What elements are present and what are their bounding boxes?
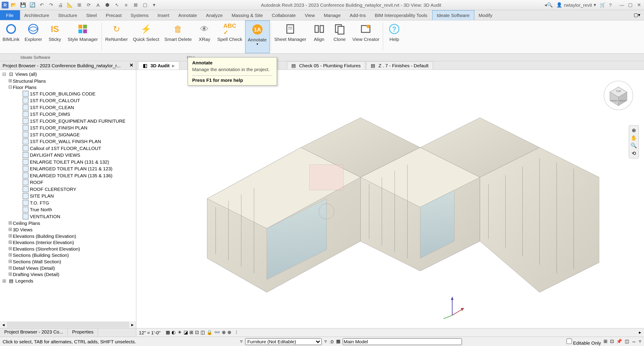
select-underlay-icon[interactable]: ⊡ [610, 339, 614, 344]
navigation-bar[interactable]: ⊕ ✋ 🔍 ⟲ [628, 125, 639, 158]
vcb-shadow-icon[interactable]: ◪ [184, 330, 188, 335]
tab-systems[interactable]: Systems [126, 10, 153, 20]
nav-zoom-icon[interactable]: 🔍 [630, 143, 637, 149]
tree-node[interactable]: ⊞3D Views [0, 226, 136, 233]
editable-only-checkbox[interactable]: Editable Only [566, 338, 601, 345]
tree-view-item[interactable]: 1ST FLOOR_EQUIPMENT AND FURNITURE [0, 118, 136, 124]
tab-modify[interactable]: Modify [474, 10, 497, 20]
nav-orbit-icon[interactable]: ⟲ [632, 150, 636, 156]
chevron-right-icon[interactable]: ▸ [172, 63, 175, 68]
category-filter-select[interactable]: Furniture (Not Editable) [245, 338, 322, 345]
tree-view-item[interactable]: DAYLIGHT AND VIEWS [0, 152, 136, 158]
tab-manage[interactable]: Manage [320, 10, 346, 20]
tab-file[interactable]: File [0, 10, 20, 20]
vcb-visual-icon[interactable]: ◐ [172, 330, 176, 335]
tree-view-item[interactable]: 1ST FLOOR_SIGNAGE [0, 131, 136, 138]
tab-structure[interactable]: Structure [54, 10, 82, 20]
smart-delete-button[interactable]: 🗑Smart Delete [162, 20, 194, 53]
help-icon[interactable]: ? [609, 2, 612, 7]
tab-architecture[interactable]: Architecture [20, 10, 54, 20]
tree-view-item[interactable]: SITE PLAN [0, 193, 136, 199]
tree-view-item[interactable]: ENLARGED TOILET PLAN (135 & 136) [0, 172, 136, 179]
align-button[interactable]: Align [309, 20, 329, 53]
spell-check-button[interactable]: ABC✓Spell Check [215, 20, 245, 53]
tree-view-item[interactable]: ENLARGE TOILET PLAN (131 & 132) [0, 158, 136, 165]
qat-text-icon[interactable]: A [94, 1, 101, 8]
project-browser-tree[interactable]: ⊟⊡Views (all) ⊞Structural Plans ⊟Floor P… [0, 70, 136, 322]
vcb-crop-visible-icon[interactable]: ◫ [200, 330, 205, 335]
tree-view-item[interactable]: T.O. FTG [0, 199, 136, 206]
vcb-temp-hide-icon[interactable]: 👓 [214, 330, 220, 335]
vcb-render-icon[interactable]: ⊞ [190, 330, 193, 335]
search-icon[interactable]: ◂🔍 [544, 2, 553, 8]
tree-view-item[interactable]: 1ST FLOOR_CLEAN [0, 104, 136, 111]
qat-tag-icon[interactable]: ⟳ [85, 1, 92, 8]
qat-section-icon[interactable]: ➴ [113, 1, 120, 8]
select-pinned-icon[interactable]: 📌 [616, 339, 622, 344]
vcb-sun-icon[interactable]: ☀ [178, 330, 182, 335]
tab-project-browser[interactable]: Project Browser - 2023 Co... [0, 329, 68, 337]
tree-node[interactable]: ⊞▤Legends [0, 277, 136, 284]
qat-undo-icon[interactable]: ↶ [38, 1, 45, 8]
tree-node[interactable]: ⊞Drafting Views (Detail) [0, 271, 136, 277]
quick-select-button[interactable]: ⚡Quick Select [130, 20, 162, 53]
tree-node[interactable]: ⊞Elevations (Storefront Elevation) [0, 245, 136, 252]
tree-node[interactable]: ⊞Detail Views (Detail) [0, 265, 136, 271]
qat-switch-icon[interactable]: ▢ [142, 1, 148, 8]
vcb-chevron-icon[interactable]: 〈 [233, 329, 238, 336]
tree-view-item[interactable]: 1ST FLOOR_CALLOUT [0, 97, 136, 104]
tree-view-item[interactable]: 1ST FLOOR_FINISH PLAN [0, 124, 136, 131]
vcb-constraints-icon[interactable]: ⊕ [228, 330, 231, 335]
tab-bim[interactable]: BIM Interoperability Tools [370, 10, 432, 20]
vcb-detail-icon[interactable]: ▦ [166, 330, 170, 335]
select-links-icon[interactable]: ⊞ [604, 339, 607, 344]
tree-view-item[interactable]: ROOF [0, 179, 136, 186]
tree-node[interactable]: ⊞Elevations (Interior Elevation) [0, 239, 136, 245]
annotate-button[interactable]: 1AAnnotate▾ [245, 20, 270, 53]
qat-dim-icon[interactable]: ⊞ [76, 1, 82, 8]
view-tab-check05[interactable]: ▤Check 05 - Plumbing Fixtures [287, 61, 365, 69]
tab-precast[interactable]: Precast [102, 10, 126, 20]
cart-icon[interactable]: 🛒 [600, 2, 606, 8]
workset-icon[interactable]: ▦ [336, 339, 340, 344]
qat-thin-icon[interactable]: ≡ [123, 1, 130, 8]
tree-node[interactable]: ⊞Ceiling Plans [0, 220, 136, 226]
qat-3d-icon[interactable]: ⬢ [104, 1, 111, 8]
tree-view-item[interactable]: 1ST FLOOR_WALL FINISH PLAN [0, 138, 136, 145]
view-cube[interactable]: TOP FRONT RIGHT [601, 78, 635, 112]
tab-annotate[interactable]: Annotate [174, 10, 202, 20]
browser-hscroll[interactable]: ◂▸ [0, 321, 136, 328]
qat-measure-icon[interactable]: 📐 [66, 1, 73, 8]
project-browser-close-button[interactable]: ✕ [130, 63, 133, 68]
tab-massing[interactable]: Massing & Site [228, 10, 268, 20]
scale-selector[interactable]: 12" = 1'-0" [139, 330, 160, 335]
vcb-scroll-right-icon[interactable]: ▸ [639, 330, 641, 335]
filter-icon[interactable]: ▿ [240, 339, 242, 344]
qat-close-icon[interactable]: ⊠ [132, 1, 139, 8]
tab-collaborate[interactable]: Collaborate [268, 10, 300, 20]
sticky-button[interactable]: ISSticky [45, 20, 65, 53]
tab-analyze[interactable]: Analyze [202, 10, 228, 20]
tab-addins[interactable]: Add-Ins [346, 10, 370, 20]
view-creator-button[interactable]: View Creator [350, 20, 382, 53]
explorer-button[interactable]: Explorer [22, 20, 45, 53]
user-menu[interactable]: 👤 rwtaylor_revit ▾ [556, 2, 596, 8]
bimlink-button[interactable]: BIMLink [0, 20, 22, 53]
xray-button[interactable]: 👁XRay [194, 20, 215, 53]
tree-node[interactable]: ⊞Sections (Wall Section) [0, 258, 136, 265]
qat-redo-icon[interactable]: ↷ [48, 1, 54, 8]
view-tab-3d-audit[interactable]: ◧3D Audit▸ [138, 61, 180, 69]
tree-view-item[interactable]: True North [0, 206, 136, 213]
help-button[interactable]: ?Help [384, 20, 404, 53]
nav-wheel-icon[interactable]: ⊕ [632, 127, 636, 133]
maximize-button[interactable]: ▢ [627, 2, 634, 8]
qat-save-icon[interactable]: 💾 [20, 1, 26, 8]
vcb-reveal-icon[interactable]: ⊗ [222, 330, 226, 335]
select-face-icon[interactable]: ◫ [625, 339, 629, 344]
model-canvas[interactable]: TOP FRONT RIGHT ⊕ ✋ 🔍 ⟲ [136, 70, 644, 328]
filter-selection-icon[interactable]: ▿ [639, 339, 641, 344]
tab-ideate[interactable]: Ideate Software [432, 10, 474, 20]
tab-view[interactable]: View [300, 10, 320, 20]
qat-dropdown-icon[interactable]: ▾ [151, 1, 158, 8]
qat-open-icon[interactable]: 📂 [10, 1, 17, 8]
